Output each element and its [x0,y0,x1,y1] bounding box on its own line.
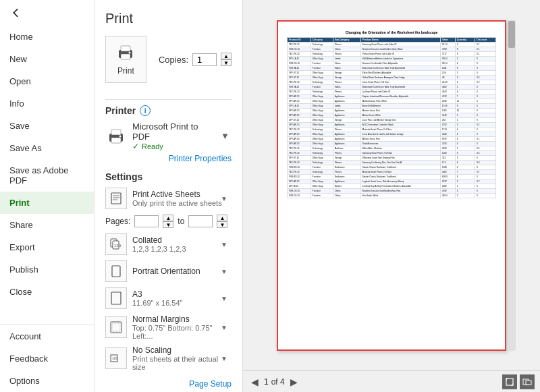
sidebar-item-print[interactable]: Print [0,192,94,214]
paper-dropdown-arrow[interactable]: ▼ [221,293,232,304]
orientation-dropdown-arrow[interactable]: ▼ [221,266,232,277]
sidebar-item-save-as[interactable]: Save As [0,137,94,159]
table-cell: FUR-CH-10 [288,188,311,193]
settings-paper-text: A3 11.69" x 16.54" [132,289,232,307]
table-cell: 0 [475,117,496,122]
table-row: TEC-PH-10TechnologyPhonesCisco Smart Pho… [288,80,496,84]
pages-to-input[interactable] [188,215,213,227]
table-row: FUR-TA-10FurnitureTablesBeamreach Confer… [288,84,496,89]
table-cell: 2 [455,113,475,117]
table-cell: Office Supp. [310,136,333,141]
table-cell: 3 [455,80,475,84]
preview-scrollbar-thumb[interactable] [508,21,515,48]
table-cell: 10 [455,108,475,113]
table-cell: Storage [333,70,360,75]
print-button[interactable]: Print [105,36,146,83]
sidebar-item-account[interactable]: Account [0,325,94,347]
sidebar-item-info[interactable]: Info [0,92,94,115]
table-cell: FUR-BO-10 [288,165,311,169]
table-cell: 0 [475,127,496,132]
copies-input[interactable] [192,53,217,66]
table-cell: 119.6 [441,103,456,108]
sidebar-item-save-pdf[interactable]: Save as Adobe PDF [0,159,94,192]
svg-rect-6 [111,130,121,135]
table-cell: 9 [455,47,475,51]
collated-dropdown-arrow[interactable]: ▼ [221,239,232,250]
preview-page: Changing the Orientation of the Workshee… [280,24,503,347]
table-cell: Machines [333,146,360,150]
sidebar-item-close[interactable]: Close [0,281,94,303]
next-page-btn[interactable]: ▶ [288,375,300,389]
printer-properties-link[interactable]: Printer Properties [105,154,232,163]
table-cell: 0.1 [475,136,496,141]
sidebar-item-save[interactable]: Save [0,115,94,137]
back-button[interactable] [0,0,94,26]
scaling-dropdown-arrow[interactable]: ▼ [221,353,232,364]
settings-paper[interactable]: A3 11.69" x 16.54" ▼ [105,287,232,309]
table-cell: 3 [455,122,475,127]
margins-dropdown-arrow[interactable]: ▼ [221,322,232,333]
table-cell: 1281 [441,65,456,70]
svg-rect-21 [506,379,513,385]
sidebar-item-new[interactable]: New [0,48,94,70]
table-cell: 0.6 [475,75,496,80]
settings-margins[interactable]: Normal Margins Top: 0.75" Bottom: 0.75" … [105,314,232,340]
table-cell: Appliances [333,108,360,113]
sidebar-item-export[interactable]: Export [0,236,94,258]
table-cell: Appliances [333,122,360,127]
pages-from-up[interactable]: ▲ [163,215,173,221]
table-row: TEC-PH-10TechnologyPhonesMotorola Smart … [288,169,496,174]
prev-page-btn[interactable]: ◀ [248,375,261,389]
printer-dropdown-btn[interactable]: ▼ [221,131,232,142]
printer-info-icon[interactable]: i [140,105,151,116]
table-cell: Office Supp. [310,122,333,127]
copies-down-btn[interactable]: ▼ [221,59,232,66]
table-cell: Self-Adhesive Address Labels for Typewri… [360,56,440,61]
preview-scrollbar-track [508,20,516,351]
settings-sheets[interactable]: Print Active Sheets Only print the activ… [105,188,232,209]
zoom-fit-icon[interactable] [502,374,517,389]
table-cell: 0.2 [475,122,496,127]
table-cell: Chairs [333,47,360,51]
table-cell: 48 [441,75,456,80]
preview-nav: ◀ 1 of 4 ▶ [243,370,540,392]
table-cell: OFF-AP-10 [288,141,311,146]
page-setup-link[interactable]: Page Setup [105,379,232,389]
sidebar-item-feedback[interactable]: Feedback [0,347,94,370]
sidebar-item-label: Export [9,242,35,252]
table-cell: Furniture [310,47,333,51]
zoom-actual-icon[interactable] [520,374,535,389]
pages-to-up[interactable]: ▲ [217,215,227,221]
pages-from-input[interactable] [134,215,159,227]
table-cell: Phones [333,160,360,165]
sheets-dropdown-arrow[interactable]: ▼ [221,193,232,204]
sidebar-item-home[interactable]: Home [0,26,94,48]
sidebar-item-label: Close [9,287,32,297]
table-cell: Furniture [310,193,333,198]
printer-section-title: Printer i [105,105,232,116]
sheets-icon [105,188,127,209]
settings-section-title: Settings [105,171,232,182]
settings-collated[interactable]: 123 Collated 1,2,3 1,2,3 1,2,3 ▼ [105,233,232,255]
table-header: Discount [475,37,496,42]
pages-to-down[interactable]: ▼ [217,221,227,228]
table-cell: OFF-ST-10 [288,117,311,122]
table-cell: 2392 [441,99,456,103]
table-header: Product ID [288,37,311,42]
table-cell: OFF-BI-10 [288,184,311,188]
table-cell: Storage [333,117,360,122]
sidebar-item-open[interactable]: Open [0,70,94,92]
table-cell: 0.1 [475,42,496,47]
sidebar-item-options[interactable]: Options [0,370,94,392]
settings-scaling[interactable]: 100 No Scaling Print sheets at their act… [105,345,232,371]
sidebar-item-share[interactable]: Share [0,214,94,236]
pages-from-down[interactable]: ▼ [163,221,173,228]
sidebar-item-label: Home [9,32,33,42]
orientation-svg-icon [109,264,123,278]
copies-up-btn[interactable]: ▲ [221,53,232,59]
table-cell: Lg Smart Phone, with Caller ID [360,89,440,94]
settings-orientation-main: Portrait Orientation [132,267,232,276]
settings-orientation[interactable]: Portrait Orientation ▼ [105,260,232,282]
table-cell: FUR-CH-10 [288,47,311,51]
sidebar-item-publish[interactable]: Publish [0,258,94,281]
